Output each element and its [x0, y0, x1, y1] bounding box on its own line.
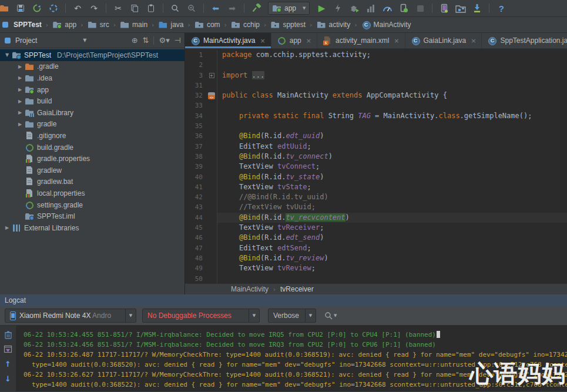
log-output[interactable]: 06-22 10:53:24.455 851-851/? I/MSM-irqba… [16, 326, 567, 391]
code-text[interactable]: @Bind(R.id.edt_uuid) [217, 131, 567, 141]
line-number[interactable]: 37 [185, 142, 206, 152]
close-tab-icon[interactable]: × [394, 37, 399, 45]
breadcrumb-item-src[interactable]: src [88, 21, 109, 29]
code-line-40[interactable]: 40 @Bind(R.id.tv_state) [185, 172, 567, 182]
project-view-dropdown-icon[interactable]: ▼ [83, 38, 86, 43]
breadcrumb-item-app[interactable]: app [52, 21, 76, 29]
gutter-class-marker[interactable]: <> [206, 91, 217, 100]
breadcrumb-item-mainactivity[interactable]: MainActivity [361, 21, 411, 29]
find-icon[interactable] [168, 2, 182, 15]
tree-expanded-arrow-icon[interactable]: ▼ [2, 52, 12, 58]
code-line-35[interactable]: 35 [185, 121, 567, 131]
editor-tab-gaialink.java[interactable]: GaiaLink.java× [405, 33, 482, 48]
code-line-41[interactable]: 41 TextView tvState; [185, 182, 567, 192]
back-icon[interactable]: ⬅ [209, 2, 223, 15]
scroll-to-end-icon[interactable] [3, 344, 14, 354]
line-number[interactable]: 35 [185, 121, 206, 131]
code-text[interactable] [217, 121, 567, 131]
help-icon[interactable]: ? [494, 2, 508, 15]
tree-collapsed-arrow-icon[interactable]: ▶ [15, 122, 25, 127]
code-line-48[interactable]: 48 @Bind(R.id.tv_review) [185, 253, 567, 263]
sdk-manager-icon[interactable] [470, 2, 484, 15]
code-text[interactable]: TextView tvState; [217, 182, 567, 192]
code-text[interactable] [217, 81, 567, 91]
code-text[interactable]: @Bind(R.id.tv_state) [217, 172, 567, 182]
tree-item-local.properties[interactable]: local.properties [0, 187, 184, 199]
collapse-all-icon[interactable]: ⇅ [143, 36, 149, 45]
line-number[interactable]: 40 [185, 172, 206, 182]
logcat-header[interactable]: Logcat [0, 294, 567, 306]
code-text[interactable] [217, 100, 567, 110]
tree-item-gradle.properties[interactable]: gradle.properties [0, 153, 184, 165]
close-tab-icon[interactable]: × [306, 37, 311, 45]
attach-debugger-icon[interactable] [397, 2, 411, 15]
editor-tab-activity_main.xml[interactable]: activity_main.xml× [317, 33, 405, 48]
code-text[interactable]: TextView tvReceiver; [217, 223, 567, 233]
editor-breadcrumb-tvreceiver[interactable]: tvReceiver [280, 285, 314, 293]
tree-collapsed-arrow-icon[interactable]: ▶ [15, 64, 25, 69]
close-tab-icon[interactable]: × [471, 37, 476, 45]
tree-item-app[interactable]: ▶app [0, 84, 184, 96]
code-editor[interactable]: 1package com.cchip.spptest.activity;23+i… [185, 49, 567, 283]
close-tab-icon[interactable]: × [260, 37, 265, 45]
tree-collapsed-arrow-icon[interactable]: ▶ [15, 87, 25, 92]
line-number[interactable]: 39 [185, 162, 206, 172]
locate-file-icon[interactable]: ⊕ [132, 36, 138, 45]
tree-item-gradlew.bat[interactable]: gradlew.bat [0, 176, 184, 188]
tree-collapsed-arrow-icon[interactable]: ▶ [15, 110, 25, 115]
line-number[interactable]: 2 [185, 60, 206, 70]
undo-icon[interactable]: ↶ [71, 2, 85, 15]
line-number[interactable]: 31 [185, 81, 206, 91]
tree-item-.gitignore[interactable]: .gitignore [0, 130, 184, 142]
profiler-bars-icon[interactable] [364, 2, 378, 15]
tree-item-.idea[interactable]: ▶.idea [0, 72, 184, 84]
tree-item-gradlew[interactable]: gradlew [0, 165, 184, 176]
line-number[interactable]: 44 [185, 213, 206, 223]
code-line-37[interactable]: 37 EditText edtUuid; [185, 142, 567, 152]
line-number[interactable]: 50 [185, 274, 206, 283]
gutter-fold-marker[interactable]: + [206, 71, 217, 81]
breadcrumb-item-main[interactable]: main [120, 21, 147, 29]
process-select[interactable]: No Debuggable Processes ▼ [142, 309, 260, 323]
class-run-marker-icon[interactable]: <> [208, 92, 215, 99]
profiler-gauge-icon[interactable] [380, 2, 394, 15]
code-line-45[interactable]: 45 TextView tvReceiver; [185, 223, 567, 233]
tree-item-gradle[interactable]: ▶gradle [0, 119, 184, 130]
code-text[interactable]: @Bind(R.id.tv_recvcontent) [217, 213, 567, 223]
line-number[interactable]: 42 [185, 192, 206, 202]
code-line-39[interactable]: 39 TextView tvConnect; [185, 162, 567, 172]
line-number[interactable]: 46 [185, 233, 206, 243]
code-text[interactable]: //@Bind(R.id.tv_uuid) [217, 192, 567, 202]
breadcrumb-item-spptest[interactable]: SPPTest [1, 21, 42, 29]
code-line-47[interactable]: 47 EditText edtSend; [185, 243, 567, 253]
debug-icon[interactable] [347, 2, 361, 15]
code-line-1[interactable]: 1package com.cchip.spptest.activity; [185, 50, 567, 60]
forward-icon[interactable]: ➡ [225, 2, 239, 15]
hide-panel-icon[interactable]: ⊣ [175, 36, 181, 45]
avd-manager-icon[interactable] [437, 2, 451, 15]
search-options-icon[interactable]: ▼ [334, 313, 337, 318]
breadcrumb-item-com[interactable]: com [194, 21, 220, 29]
editor-breadcrumb-mainactivity[interactable]: MainActivity [231, 285, 269, 293]
device-file-explorer-icon[interactable] [454, 2, 468, 15]
breadcrumb-item-activity[interactable]: activity [317, 21, 351, 29]
line-number[interactable]: 3 [185, 71, 206, 81]
line-number[interactable]: 48 [185, 253, 206, 263]
code-text[interactable]: @Bind(R.id.tv_connect) [217, 152, 567, 162]
stop-icon[interactable] [413, 2, 427, 15]
log-level-select[interactable]: Verbose ▼ [268, 309, 316, 323]
code-line-42[interactable]: 42 //@Bind(R.id.tv_uuid) [185, 192, 567, 202]
redo-icon[interactable]: ↷ [87, 2, 101, 15]
device-select[interactable]: Xiaomi Redmi Note 4X Andro ▼ [5, 309, 136, 323]
code-text[interactable]: TextView tvConnect; [217, 162, 567, 172]
code-line-44[interactable]: 44 @Bind(R.id.tv_recvcontent) [185, 213, 567, 223]
breadcrumb-item-cchip[interactable]: cchip [231, 21, 260, 29]
line-number[interactable]: 41 [185, 182, 206, 192]
tree-item-gaialibrary[interactable]: ▶GaiaLibrary [0, 107, 184, 119]
code-line-32[interactable]: 32<>public class MainActivity extends Ap… [185, 91, 567, 100]
code-line-31[interactable]: 31 [185, 81, 567, 91]
line-number[interactable]: 33 [185, 100, 206, 110]
breadcrumb-item-java[interactable]: java [158, 21, 183, 29]
ide-sync-icon[interactable] [46, 2, 61, 15]
run-icon[interactable]: ▶ [314, 2, 328, 15]
